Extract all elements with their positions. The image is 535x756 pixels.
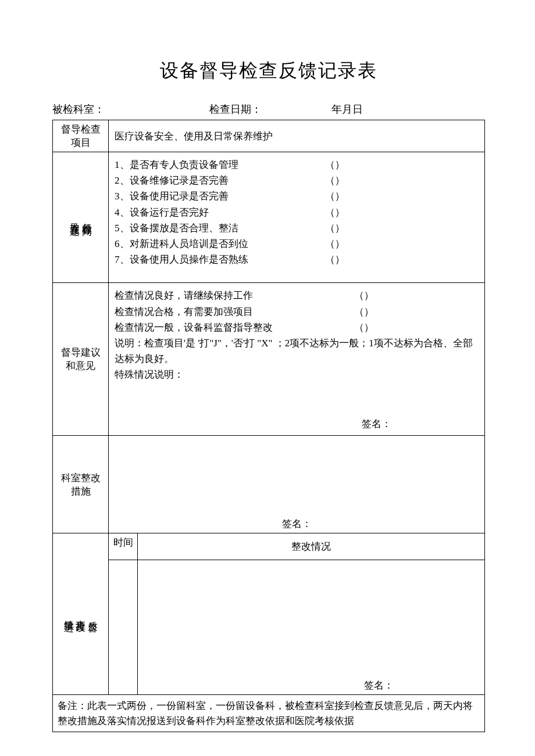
problems-label: 导查在题 督检存问 (53, 152, 109, 283)
advice-paren: （） (354, 288, 479, 303)
main-table: 督导检查项目 医疗设备安全、使用及日常保养维护 导查在题 督检存问 1、是否有专… (52, 120, 485, 732)
check-item: 6、对新进科人员培训是否到位 （） (115, 236, 479, 252)
row-footer-note: 备注：此表一式两份，一份留科室，一份留设备科，被检查科室接到检查反馈意见后，两天… (53, 695, 485, 732)
advice-text: 检查情况一般，设备科监督指导整改 (115, 320, 273, 335)
advice-label: 督导建议和意见 (53, 283, 109, 436)
signature-line: 签名： (141, 679, 481, 692)
rect-label: 科室整改措施 (53, 436, 109, 533)
check-paren: （） (325, 205, 479, 220)
time-cell (109, 560, 138, 695)
signature-line: 签名： (109, 517, 484, 531)
problems-body: 1、是否有专人负责设备管理 （） 2、设备维修记录是否完善 （） 3、设备使用记… (109, 152, 485, 283)
advice-text: 检查情况良好，请继续保持工作 (115, 288, 253, 303)
row-problems: 导查在题 督检存问 1、是否有专人负责设备管理 （） 2、设备维修记录是否完善 … (53, 152, 485, 283)
items-label: 督导检查项目 (53, 120, 109, 152)
advice-paren: （） (354, 320, 479, 335)
date-label: 检查日期： (209, 102, 331, 116)
special-note: 特殊情况说明： (115, 367, 479, 382)
problems-label-col-a: 导查在题 (69, 215, 80, 220)
dept-label: 被检科室： (52, 102, 209, 116)
check-text: 3、设备使用记录是否完善 (115, 188, 229, 204)
row-items: 督导检查项目 医疗设备安全、使用及日常保养维护 (53, 120, 485, 152)
check-paren: （） (325, 236, 479, 252)
row-rectification: 科室整改措施 签名： (53, 436, 485, 533)
signature-line: 签名： (115, 417, 479, 431)
rect-body: 签名： (109, 436, 485, 533)
advice-item: 检查情况合格，有需要加强项目 （） (115, 304, 479, 320)
problems-label-col-b: 督检存问 (81, 215, 92, 220)
footer-note: 备注：此表一式两份，一份留科室，一份留设备科，被检查科室接到检查反馈意见后，两天… (53, 695, 485, 732)
status-header: 整改情况 (138, 533, 485, 560)
check-text: 6、对新进科人员培训是否到位 (115, 236, 248, 252)
advice-paren: （） (354, 304, 479, 320)
check-paren: （） (325, 157, 479, 173)
date-value: 年月日 (331, 102, 363, 116)
row-advice: 督导建议和意见 检查情况良好，请继续保持工作 （） 检查情况合格，有需要加强项目… (53, 283, 485, 436)
row-continuous-body: 签名： (53, 560, 485, 695)
check-text: 5、设备摆放是否合理、整洁 (115, 220, 238, 236)
check-paren: （） (325, 252, 479, 267)
check-paren: （） (325, 173, 479, 188)
check-text: 1、是否有专人负责设备管理 (115, 157, 238, 173)
advice-item: 检查情况良好，请继续保持工作 （） (115, 288, 479, 303)
items-value: 医疗设备安全、使用及日常保养维护 (109, 120, 485, 152)
check-text: 4、设备运行是否完好 (115, 205, 209, 220)
check-item: 3、设备使用记录是否完善 （） (115, 188, 479, 204)
advice-text: 检查情况合格，有需要加强项目 (115, 304, 253, 320)
check-item: 4、设备运行是否完好 （） (115, 205, 479, 220)
check-item: 2、设备维修记录是否完善 （） (115, 173, 479, 188)
check-item: 5、设备摆放是否合理、整洁 （） (115, 220, 479, 236)
advice-body: 检查情况良好，请继续保持工作 （） 检查情况合格，有需要加强项目 （） 检查情况… (109, 283, 485, 436)
check-text: 7、设备使用人员操作是否熟练 (115, 252, 248, 267)
time-header: 时间 (109, 533, 138, 560)
check-paren: （） (325, 220, 479, 236)
advice-note: 说明：检查项目'是 '打"J"，'否'打 "X" ；2项不达标为一般；1项不达标… (115, 335, 479, 367)
cont-label-col-a: 续量进 (63, 612, 74, 616)
page-title: 设备督导检查反馈记录表 (52, 58, 485, 84)
check-item: 1、是否有专人负责设备管理 （） (115, 157, 479, 173)
check-item: 7、设备使用人员操作是否熟练 （） (115, 252, 479, 267)
status-cell: 签名： (138, 560, 485, 695)
continuous-label: 续量进 查持改 质督 (53, 533, 109, 695)
row-continuous-header: 续量进 查持改 质督 时间 整改情况 (53, 533, 485, 560)
cont-label-col-b: 查持改 (75, 612, 86, 616)
check-text: 2、设备维修记录是否完善 (115, 173, 229, 188)
cont-label-col-c: 质督 (87, 612, 98, 616)
header-row: 被检科室： 检查日期： 年月日 (52, 102, 485, 116)
advice-item: 检查情况一般，设备科监督指导整改 （） (115, 320, 479, 335)
check-paren: （） (325, 188, 479, 204)
